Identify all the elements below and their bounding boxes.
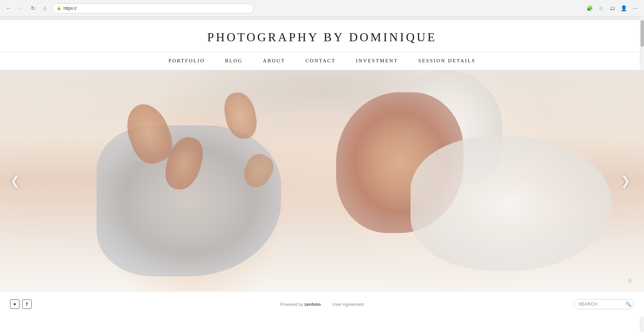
collection-button[interactable]: 🗂 (608, 4, 617, 13)
site-header: PHOTOGRAPHY BY DOMINIQUE (0, 20, 644, 52)
social-links: ● f (10, 299, 32, 309)
scroll-thumb[interactable] (641, 20, 644, 47)
nav-session-details[interactable]: SESSION DETAILS (418, 58, 476, 64)
instagram-icon[interactable]: ● (10, 299, 19, 309)
extensions-button[interactable]: 🧩 (585, 4, 594, 13)
pause-icon: ⏸ (627, 277, 634, 284)
hero-image (0, 70, 644, 291)
facebook-icon[interactable]: f (22, 299, 32, 309)
browser-chrome: ← → ↻ ⌂ 🔒 🧩 ☆ 🗂 👤 ⋯ (0, 0, 644, 17)
search-icon: 🔍 (626, 301, 631, 307)
prev-arrow-icon: ❮ (10, 174, 20, 188)
zenfolio-brand[interactable]: zenfolio (304, 302, 321, 307)
footer-search: 🔍 (574, 299, 634, 309)
pause-indicator[interactable]: ⏸ (627, 277, 634, 285)
top-stripe (0, 17, 644, 20)
favorites-button[interactable]: ☆ (596, 4, 606, 13)
next-arrow-icon: ❯ (621, 174, 631, 188)
back-button[interactable]: ← (4, 4, 13, 13)
instagram-icon-symbol: ● (13, 301, 16, 307)
powered-by-prefix: Powered by (280, 302, 304, 307)
photo-overlay (0, 70, 644, 291)
footer-spacer (322, 302, 324, 307)
nav-investment[interactable]: INVESTMENT (356, 58, 398, 64)
search-input[interactable] (574, 299, 634, 309)
profile-button[interactable]: 👤 (619, 4, 629, 13)
home-button[interactable]: ⌂ (40, 4, 50, 13)
menu-button[interactable]: ⋯ (631, 4, 640, 13)
nav-portfolio[interactable]: PORTFOLIO (168, 58, 205, 64)
nav-blog[interactable]: BLOG (225, 58, 243, 64)
search-button[interactable]: 🔍 (626, 301, 631, 307)
slideshow: ❮ ❯ ⏸ (0, 70, 644, 291)
next-slide-button[interactable]: ❯ (617, 172, 634, 189)
nav-about[interactable]: ABOUT (263, 58, 285, 64)
url-input[interactable] (63, 6, 249, 11)
prev-slide-button[interactable]: ❮ (7, 172, 23, 189)
address-bar[interactable]: 🔒 (52, 3, 254, 13)
facebook-icon-symbol: f (26, 301, 28, 307)
reload-button[interactable]: ↻ (28, 4, 38, 13)
user-agreement-link[interactable]: User Agreement (332, 302, 364, 307)
site-navigation: PORTFOLIO BLOG ABOUT CONTACT INVESTMENT … (0, 52, 644, 70)
site-footer: ● f Powered by zenfolio User Agreement 🔍 (0, 291, 644, 317)
forward-button[interactable]: → (16, 4, 25, 13)
browser-actions: 🧩 ☆ 🗂 👤 ⋯ (585, 4, 640, 13)
nav-contact[interactable]: CONTACT (305, 58, 336, 64)
powered-by: Powered by zenfolio User Agreement (280, 302, 364, 307)
site-title: PHOTOGRAPHY BY DOMINIQUE (0, 30, 644, 44)
lock-icon: 🔒 (57, 6, 61, 10)
